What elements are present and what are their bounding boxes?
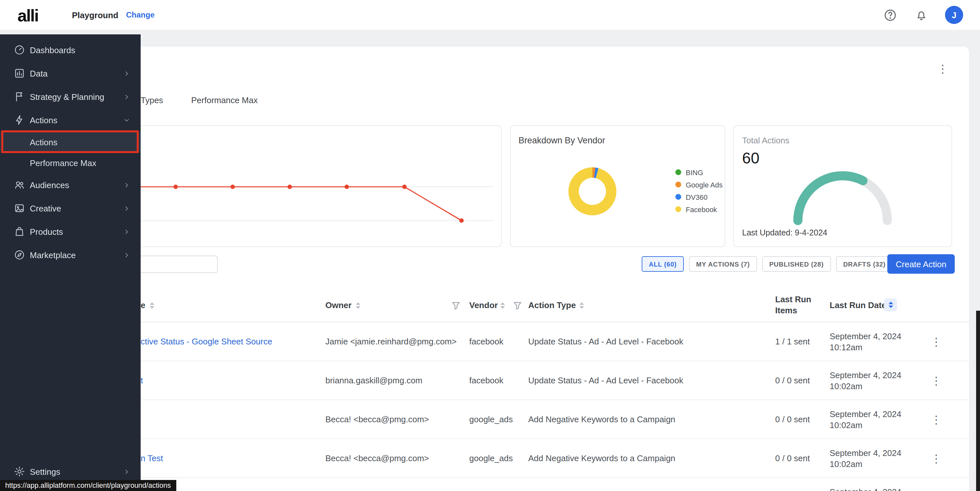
tab-action-types[interactable]: Types xyxy=(141,96,163,105)
sidebar-item-label: Products xyxy=(30,227,63,236)
legend-label: Facebook xyxy=(686,205,717,213)
last-run-date-cell: September 4, 2024 10:02am xyxy=(830,370,901,392)
page-menu-button[interactable]: ⋮ xyxy=(937,64,948,75)
table-row[interactable]: t brianna.gaskill@pmg.com facebook Updat… xyxy=(31,361,969,400)
sidebar-item-dashboards[interactable]: Dashboards xyxy=(0,38,141,62)
last-run-date-cell: September 4, 2024 10:02am xyxy=(830,448,901,470)
card-title: Breakdown By Vendor xyxy=(519,136,605,145)
legend-item: Facebook xyxy=(675,203,723,215)
help-icon[interactable] xyxy=(883,8,897,22)
row-menu-button[interactable]: ⋮ xyxy=(931,400,942,439)
content-panel: ⋮ Types Performance Max Breakdown By Ven… xyxy=(31,47,969,491)
sidebar-item-data[interactable]: Data xyxy=(0,62,141,85)
owner-cell: Becca! <becca@pmg.com> xyxy=(325,439,429,478)
last-run-items-cell: 0 / 0 sent xyxy=(775,361,810,400)
sidebar-subitem-actions[interactable]: Actions xyxy=(0,132,141,152)
alli-logo[interactable]: alli xyxy=(18,6,38,26)
sort-icon-owner[interactable] xyxy=(355,301,361,309)
last-run-date-cell: September 4, 2024 10:12am xyxy=(830,331,901,353)
top-bar-actions: J xyxy=(883,0,963,30)
legend-label: DV360 xyxy=(686,193,708,201)
action-type-cell: Add Negative Keywords to a Campaign xyxy=(528,439,675,478)
last-updated-label: Last Updated: 9-4-2024 xyxy=(742,228,827,238)
legend-item: DV360 xyxy=(675,191,723,203)
sidebar-item-label: Dashboards xyxy=(30,45,75,55)
col-last-run-date-label: Last Run Date xyxy=(830,288,886,322)
sidebar-item-label: Creative xyxy=(30,203,61,213)
row-menu-button[interactable]: ⋮ xyxy=(931,322,942,361)
action-name-link[interactable]: ctive Status - Google Sheet Source xyxy=(141,322,272,361)
sidebar-subitem-label: Actions xyxy=(30,137,57,147)
legend-item: Google Ads xyxy=(675,179,723,191)
donut-hole xyxy=(579,178,606,205)
vendor-cell: google_ads xyxy=(469,439,513,478)
legend-label: Google Ads xyxy=(686,181,723,188)
sidebar-item-label: Actions xyxy=(30,115,57,125)
status-url-tooltip: https://app.alliplatform.com/client/play… xyxy=(0,480,176,491)
filter-icon-vendor[interactable] xyxy=(513,301,522,310)
action-type-cell: Add Negative Keywords to a Campaign xyxy=(528,400,675,439)
sidebar-item-creative[interactable]: Creative xyxy=(0,196,141,220)
action-type-cell: Update Status - Ad - Ad Level - Facebook xyxy=(528,361,683,400)
sidebar-item-actions[interactable]: Actions xyxy=(0,108,141,132)
sidebar-item-products[interactable]: Products xyxy=(0,220,141,243)
creative-icon xyxy=(14,202,25,214)
products-icon xyxy=(14,226,25,238)
table-row[interactable]: n Test Becca! <becca@pmg.com> google_ads… xyxy=(31,439,969,478)
vendor-cell: facebook xyxy=(469,322,504,361)
chevron-right-icon xyxy=(123,181,130,188)
filter-icon-owner[interactable] xyxy=(452,301,460,310)
chevron-right-icon xyxy=(123,468,130,475)
legend-dot-dv360 xyxy=(675,194,681,200)
owner-cell: Jamie <jamie.reinhard@pmg.com> xyxy=(325,322,457,361)
col-owner-label: Owner xyxy=(325,288,352,322)
filter-chip-my-actions[interactable]: MY ACTIONS (7) xyxy=(689,256,757,272)
total-actions-title: Total Actions xyxy=(742,136,789,145)
strategy-planning-icon xyxy=(14,91,25,102)
sidebar-item-strategy-planning[interactable]: Strategy & Planning xyxy=(0,85,141,108)
actions-icon xyxy=(14,114,25,126)
last-run-date-cell: September 4, 2024 10:02am xyxy=(830,409,901,431)
row-menu-button[interactable]: ⋮ xyxy=(931,361,942,400)
filter-chip-group: ALL (60) MY ACTIONS (7) PUBLISHED (28) D… xyxy=(642,256,893,272)
workspace-change-link[interactable]: Change xyxy=(126,10,154,19)
sidebar-item-marketplace[interactable]: Marketplace xyxy=(0,243,141,266)
sort-icon-vendor[interactable] xyxy=(500,301,506,309)
chevron-right-icon xyxy=(123,228,130,235)
chevron-down-icon xyxy=(123,116,130,124)
filter-chip-all[interactable]: ALL (60) xyxy=(642,256,684,272)
workspace-name: Playground xyxy=(72,10,118,20)
row-menu-button[interactable]: ⋮ xyxy=(931,439,942,478)
chevron-right-icon xyxy=(123,70,130,77)
action-name-link[interactable]: n Test xyxy=(141,439,163,478)
sidebar-item-audiences[interactable]: Audiences xyxy=(0,173,141,196)
owner-cell: brianna.gaskill@pmg.com xyxy=(325,361,423,400)
table-row[interactable]: Becca! <becca@pmg.com> google_ads Add Ne… xyxy=(31,400,969,439)
filter-chip-drafts[interactable]: DRAFTS (32) xyxy=(836,256,893,272)
chevron-right-icon xyxy=(123,205,130,212)
sort-icon-last-run-date[interactable] xyxy=(884,298,897,311)
scrollbar-thumb[interactable] xyxy=(976,311,980,491)
last-run-items-cell: 0 / 0 sent xyxy=(775,439,810,478)
sidebar-subitem-performance-max[interactable]: Performance Max xyxy=(0,152,141,173)
last-run-items-cell: 0 / 0 sent xyxy=(775,400,810,439)
dashboards-icon xyxy=(14,44,25,56)
sort-icon-action-type[interactable] xyxy=(579,301,585,309)
col-last-run-items-label: Last Run Items xyxy=(775,294,811,316)
user-avatar[interactable]: J xyxy=(945,6,963,24)
filter-chip-published[interactable]: PUBLISHED (28) xyxy=(762,256,831,272)
sort-icon-name[interactable] xyxy=(149,301,155,309)
last-run-date-cell: September 4, 2024 xyxy=(830,486,901,491)
app-window: ⋮ Types Performance Max Breakdown By Ven… xyxy=(0,0,980,491)
vendor-legend: BING Google Ads DV360 Facebook xyxy=(675,166,723,215)
table-header: e Owner Vendor Action Type Last Run Item… xyxy=(31,288,969,322)
table-row[interactable]: ctive Status - Google Sheet Source Jamie… xyxy=(31,322,969,361)
owner-cell: Becca! <becca@pmg.com> xyxy=(325,400,429,439)
action-name-link[interactable]: t xyxy=(141,361,143,400)
create-action-button[interactable]: Create Action xyxy=(887,254,955,274)
tab-performance-max[interactable]: Performance Max xyxy=(191,96,258,105)
last-run-items-cell: 1 / 1 sent xyxy=(775,322,810,361)
notifications-icon[interactable] xyxy=(914,8,928,22)
legend-dot-google-ads xyxy=(675,182,681,187)
sidebar-nav: Dashboards Data Strategy & Planning Acti… xyxy=(0,34,141,491)
